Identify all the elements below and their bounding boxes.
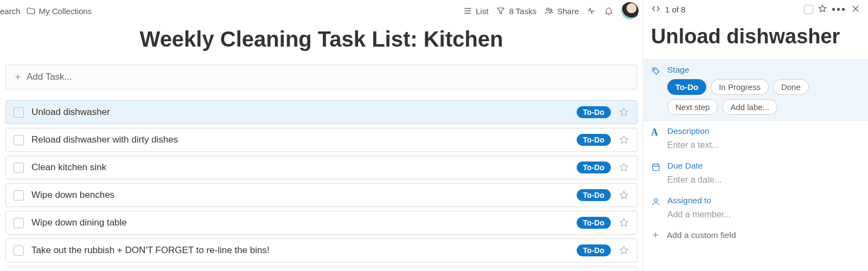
close-button[interactable]	[851, 4, 860, 15]
page-title: Weekly Cleaning Task List: Kitchen	[0, 22, 643, 64]
star-icon[interactable]	[618, 217, 629, 228]
star-icon[interactable]	[618, 162, 629, 173]
detail-panel: 1 of 8 ••• Unload dishwasher Stage To-Do…	[643, 0, 868, 271]
task-checkbox[interactable]	[14, 163, 24, 173]
share-icon	[544, 6, 554, 16]
filter-tasks[interactable]: 8 Tasks	[496, 6, 537, 16]
description-field[interactable]: A Description Enter a text...	[651, 121, 860, 156]
assigned-placeholder: Add a member...	[667, 210, 860, 220]
bell-icon	[604, 6, 614, 16]
task-title: Reload dishwasher with dirty dishes	[31, 134, 569, 145]
due-date-field[interactable]: Due Date Enter a date...	[651, 156, 860, 190]
star-icon[interactable]	[618, 134, 629, 145]
share-label: Share	[557, 7, 579, 16]
add-label-pill[interactable]: Add labe...	[722, 99, 777, 115]
stage-field: Stage To-DoIn ProgressDoneNext stepAdd l…	[643, 59, 868, 121]
status-badge: To-Do	[577, 217, 611, 229]
tasks-count: 8 Tasks	[509, 7, 537, 16]
task-row[interactable]: Take out the rubbish + DON'T FORGET to r…	[5, 238, 637, 262]
stage-pill[interactable]: Next step	[667, 99, 718, 115]
star-icon[interactable]	[618, 190, 629, 201]
task-checkbox[interactable]	[14, 190, 24, 201]
assigned-label: Assigned to	[667, 196, 860, 205]
description-label: Description	[667, 126, 860, 136]
stage-pill[interactable]: Done	[773, 79, 809, 95]
plus-icon	[14, 73, 22, 81]
more-button[interactable]: •••	[832, 3, 846, 16]
task-checkbox[interactable]	[14, 135, 24, 145]
add-task-input[interactable]: Add Task...	[5, 64, 637, 89]
task-checkbox[interactable]	[14, 107, 24, 118]
due-date-placeholder: Enter a date...	[667, 175, 860, 185]
activity-button[interactable]	[586, 6, 596, 16]
task-row[interactable]: Wipe down benchesTo-Do	[5, 183, 637, 207]
add-task-placeholder: Add Task...	[27, 72, 72, 82]
task-row[interactable]: Clean kitchen sinkTo-Do	[5, 156, 637, 179]
calendar-icon	[651, 162, 661, 172]
add-custom-field[interactable]: Add a custom field	[651, 225, 860, 246]
collections-label: My Collections	[39, 7, 92, 16]
svg-point-3	[546, 8, 549, 11]
task-row[interactable]: Unload dishwasherTo-Do	[5, 100, 637, 124]
top-toolbar: earch My Collections List 8 Tasks Share	[0, 0, 643, 22]
view-list-button[interactable]: List	[463, 6, 488, 16]
star-icon	[818, 4, 827, 14]
close-icon	[851, 4, 860, 14]
star-icon[interactable]	[618, 107, 629, 118]
detail-title[interactable]: Unload dishwasher	[651, 16, 860, 59]
status-badge: To-Do	[577, 134, 611, 146]
status-badge: To-Do	[577, 189, 611, 201]
status-badge: To-Do	[577, 244, 611, 256]
due-date-label: Due Date	[667, 161, 860, 171]
status-badge: To-Do	[577, 162, 611, 173]
collections-link[interactable]: My Collections	[26, 6, 92, 16]
activity-icon	[586, 6, 596, 16]
tag-icon	[651, 66, 661, 76]
task-row[interactable]: Vacuum kitchen floorTo-Do	[5, 266, 637, 271]
detail-checkbox[interactable]	[804, 5, 813, 14]
detail-star[interactable]	[818, 4, 827, 15]
expand-button[interactable]	[651, 4, 661, 15]
task-title: Take out the rubbish + DON'T FORGET to r…	[31, 245, 569, 256]
user-avatar[interactable]	[621, 2, 639, 20]
svg-point-9	[654, 68, 655, 69]
svg-point-4	[550, 9, 552, 11]
detail-top-bar: 1 of 8 •••	[651, 3, 860, 16]
assigned-field[interactable]: Assigned to Add a member...	[651, 190, 860, 225]
task-list: Add Task... Unload dishwasherTo-DoReload…	[0, 64, 643, 271]
share-button[interactable]: Share	[544, 6, 579, 16]
task-title: Wipe down benches	[31, 190, 569, 201]
search-partial[interactable]: earch	[0, 7, 21, 16]
list-icon	[463, 6, 473, 16]
notifications-button[interactable]	[604, 6, 614, 16]
position-indicator: 1 of 8	[665, 5, 686, 14]
task-checkbox[interactable]	[14, 218, 24, 228]
stage-pill[interactable]: To-Do	[667, 79, 706, 95]
stage-pill[interactable]: In Progress	[711, 79, 769, 95]
star-icon[interactable]	[618, 245, 629, 256]
list-label: List	[476, 7, 488, 16]
person-icon	[651, 197, 661, 207]
text-icon: A	[651, 127, 658, 138]
plus-icon	[651, 230, 660, 240]
filter-icon	[496, 6, 506, 16]
task-title: Clean kitchen sink	[31, 162, 569, 173]
task-row[interactable]: Wipe down dining tableTo-Do	[5, 211, 637, 235]
status-badge: To-Do	[577, 106, 611, 118]
svg-point-14	[654, 198, 658, 202]
folder-icon	[26, 6, 36, 16]
stage-label: Stage	[667, 65, 860, 75]
svg-rect-10	[653, 164, 659, 170]
task-row[interactable]: Reload dishwasher with dirty dishesTo-Do	[5, 128, 637, 152]
task-checkbox[interactable]	[14, 246, 24, 256]
task-title: Wipe down dining table	[31, 217, 569, 228]
chevrons-icon	[651, 4, 661, 14]
description-placeholder: Enter a text...	[667, 140, 860, 150]
add-custom-label: Add a custom field	[667, 230, 736, 240]
task-title: Unload dishwasher	[31, 107, 569, 118]
